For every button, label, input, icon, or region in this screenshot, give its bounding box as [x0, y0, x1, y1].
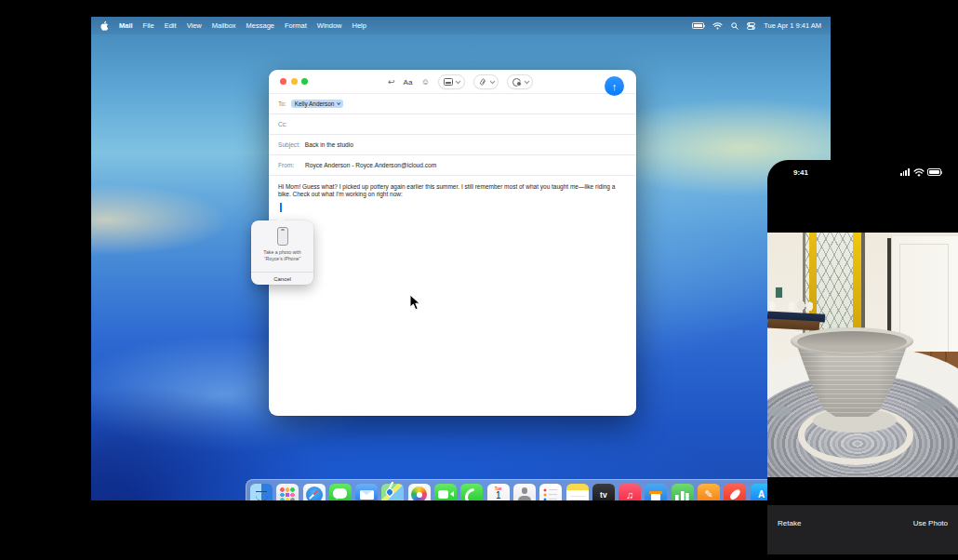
- menu-window[interactable]: Window: [317, 21, 342, 30]
- subject-field-row[interactable]: Subject: Back in the studio: [269, 135, 636, 155]
- search-icon[interactable]: [731, 22, 738, 30]
- dock-notes-icon[interactable]: [566, 484, 589, 501]
- format-text-button[interactable]: Aa: [404, 78, 413, 87]
- recipient-token[interactable]: Kelly Anderson: [291, 100, 344, 108]
- photo-browser-button[interactable]: [438, 74, 465, 89]
- chevron-down-icon: [456, 79, 460, 84]
- menu-bar-status: Tue Apr 1 9:41 AM: [692, 21, 821, 30]
- cancel-button[interactable]: Cancel: [251, 272, 313, 285]
- dock-contacts-icon[interactable]: [513, 484, 536, 501]
- menu-edit[interactable]: Edit: [165, 21, 177, 30]
- dock-mail-icon[interactable]: [355, 484, 378, 501]
- cc-label: Cc:: [278, 121, 287, 127]
- to-label: To:: [278, 100, 286, 107]
- menu-help[interactable]: Help: [352, 21, 366, 30]
- dock-calendar-icon[interactable]: Tue1: [487, 484, 510, 501]
- zoom-window-button[interactable]: [301, 78, 308, 85]
- menu-clock[interactable]: Tue Apr 1 9:41 AM: [764, 21, 821, 30]
- dock: Tue1tvA: [246, 479, 831, 500]
- iphone-status-icons: [900, 168, 941, 177]
- compose-toolbar: ↩ Aa ☺: [388, 70, 533, 94]
- photo-browser-icon: [444, 78, 453, 86]
- dock-maps-icon[interactable]: [381, 484, 404, 501]
- dock-music-icon[interactable]: [619, 484, 641, 501]
- subject-label: Subject:: [278, 141, 300, 148]
- camera-photo-preview: [767, 233, 958, 477]
- popover-title: Take a photo with “Royce’s iPhone”: [263, 249, 300, 261]
- chevron-down-icon: [525, 79, 529, 84]
- token-chevron-icon: [338, 101, 341, 105]
- menu-bar-left: Mail FileEditViewMailboxMessageFormatWin…: [100, 20, 366, 31]
- menu-app-name[interactable]: Mail: [119, 21, 133, 30]
- dock-pages-icon[interactable]: [698, 484, 720, 501]
- subject-value: Back in the studio: [305, 141, 353, 148]
- message-body[interactable]: Hi Mom! Guess what? I picked up pottery …: [269, 176, 636, 199]
- menu-file[interactable]: File: [143, 21, 154, 30]
- iphone-status-bar: 9:41: [767, 160, 958, 184]
- dock-reminders-icon[interactable]: [539, 484, 562, 501]
- mail-compose-window: ↩ Aa ☺ ↑ To: Kelly Anderson Cc:: [269, 70, 636, 416]
- from-field-row[interactable]: From: Royce Anderson - Royce.Anderson@ic…: [269, 155, 636, 176]
- battery-icon: [927, 168, 941, 176]
- dock-safari-icon[interactable]: [303, 484, 326, 501]
- from-label: From:: [278, 162, 300, 168]
- iphone-screen: 9:41: [767, 160, 958, 560]
- apple-logo-icon[interactable]: [100, 20, 109, 31]
- undo-icon[interactable]: ↩: [388, 77, 395, 87]
- send-button[interactable]: ↑: [605, 76, 624, 96]
- wifi-icon[interactable]: [712, 22, 723, 30]
- dock-numbers-icon[interactable]: [672, 484, 694, 501]
- macos-desktop-wallpaper: Mail FileEditViewMailboxMessageFormatWin…: [91, 17, 831, 500]
- from-value: Royce Anderson - Royce.Anderson@icloud.c…: [305, 162, 436, 168]
- dock-rocket-icon[interactable]: [724, 484, 746, 501]
- menu-bar: Mail FileEditViewMailboxMessageFormatWin…: [91, 17, 831, 34]
- dock-phone-icon[interactable]: [460, 484, 483, 501]
- wifi-icon: [913, 168, 925, 177]
- dock-messages-icon[interactable]: [329, 484, 352, 501]
- mouse-pointer: [409, 294, 420, 311]
- shelf-pottery: [767, 296, 816, 313]
- menu-mailbox[interactable]: Mailbox: [212, 21, 236, 30]
- control-center-icon[interactable]: [747, 22, 755, 30]
- iphone-outline-icon: [277, 227, 288, 246]
- screenshot-stage: Mail FileEditViewMailboxMessageFormatWin…: [0, 0, 958, 560]
- dock-facetime-icon[interactable]: [434, 484, 457, 501]
- dock-photos-icon[interactable]: [408, 484, 431, 501]
- cellular-signal-icon: [900, 168, 910, 176]
- to-field-row[interactable]: To: Kelly Anderson: [269, 94, 636, 114]
- dock-launchpad-icon[interactable]: [276, 484, 299, 501]
- menu-message[interactable]: Message: [246, 21, 274, 30]
- iphone-clock: 9:41: [793, 168, 808, 177]
- continuity-camera-popover: Take a photo with “Royce’s iPhone” Cance…: [251, 220, 313, 285]
- cc-field-row[interactable]: Cc:: [269, 114, 636, 135]
- close-window-button[interactable]: [280, 78, 286, 85]
- minimize-window-button[interactable]: [291, 78, 298, 85]
- dock-appletv-icon[interactable]: tv: [592, 484, 615, 501]
- paperclip-icon: [477, 76, 488, 88]
- emoji-icon[interactable]: ☺: [421, 77, 430, 87]
- insert-from-iphone-button[interactable]: [507, 74, 533, 89]
- attach-file-button[interactable]: [473, 74, 499, 89]
- retake-button[interactable]: Retake: [778, 519, 801, 527]
- use-photo-button[interactable]: Use Photo: [913, 519, 948, 527]
- battery-icon[interactable]: [692, 22, 704, 29]
- menu-format[interactable]: Format: [285, 21, 307, 30]
- dock-finder-icon[interactable]: [250, 484, 273, 501]
- chevron-down-icon: [489, 79, 494, 84]
- dock-keynote-icon[interactable]: [645, 484, 667, 501]
- continuity-camera-icon: [512, 78, 521, 87]
- compose-titlebar: ↩ Aa ☺ ↑: [269, 70, 636, 94]
- menu-view[interactable]: View: [187, 21, 202, 30]
- text-insertion-caret: [280, 203, 282, 212]
- camera-action-bar: Retake Use Photo: [767, 505, 958, 554]
